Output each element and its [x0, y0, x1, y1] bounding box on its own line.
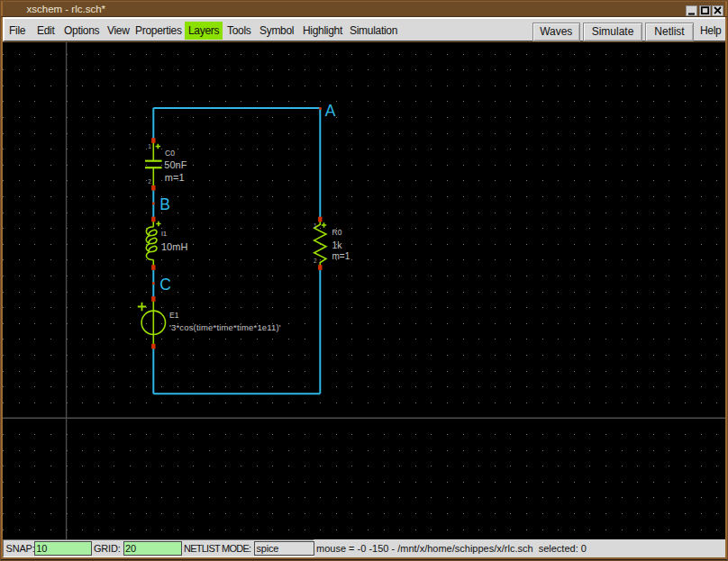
- svg-text:1: 1: [314, 222, 317, 229]
- svg-text:E1: E1: [169, 311, 179, 320]
- svg-text:l1: l1: [161, 230, 168, 238]
- svg-text:m=1: m=1: [165, 172, 185, 183]
- svg-text:A: A: [325, 102, 336, 120]
- svg-text:10mH: 10mH: [161, 241, 187, 252]
- svg-text:50nF: 50nF: [164, 159, 187, 170]
- svg-text:1: 1: [148, 143, 151, 149]
- svg-text:1k: 1k: [332, 240, 343, 250]
- svg-text:C0: C0: [165, 149, 175, 158]
- svg-text:B: B: [159, 195, 170, 213]
- svg-text:C: C: [159, 276, 171, 294]
- svg-text:m=1: m=1: [332, 251, 350, 261]
- svg-text:'3*cos(time*time*time*1e11)': '3*cos(time*time*time*1e11)': [169, 322, 281, 332]
- svg-text:2: 2: [148, 178, 151, 185]
- svg-text:2: 2: [314, 258, 317, 264]
- svg-text:R0: R0: [332, 228, 342, 237]
